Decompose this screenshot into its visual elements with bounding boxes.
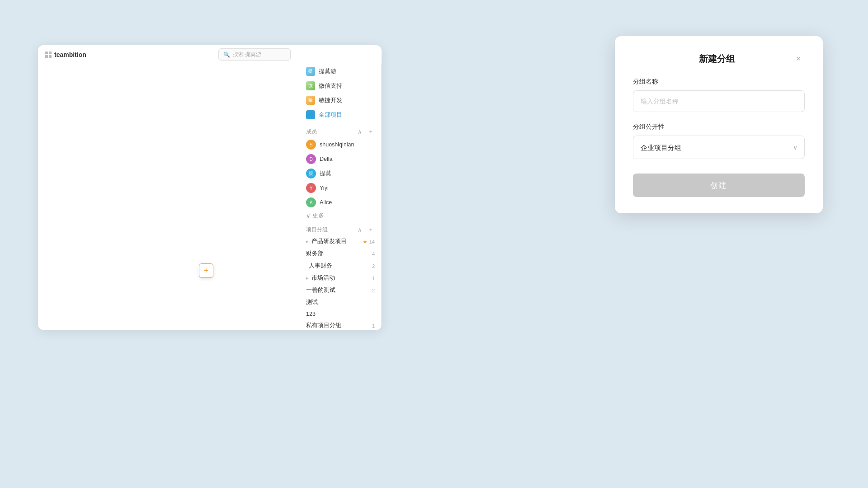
add-group-icon[interactable]: + — [367, 225, 375, 234]
group-private-label: 私有项目分组 — [306, 322, 341, 329]
members-header-actions: ∧ + — [356, 127, 375, 136]
group-product-left: ▸ 产品研发项目 — [306, 238, 347, 245]
group-yizhang[interactable]: 一善的测试 2 — [298, 284, 381, 296]
avatar-alice: A — [306, 197, 316, 207]
group-hr-finance-label: 人事财务 — [309, 262, 332, 270]
star-product-icon: ★ — [363, 239, 368, 245]
modal-name-input[interactable] — [633, 90, 805, 112]
sidebar-item-tmy[interactable]: 提 提莫游 — [298, 64, 381, 79]
chevron-down-icon: ∨ — [306, 212, 311, 219]
avatar-all: 🌐 — [306, 110, 315, 119]
group-123[interactable]: 123 — [298, 309, 381, 319]
app-title: teambition — [54, 51, 86, 58]
group-finance[interactable]: 财务部 4 — [298, 248, 381, 260]
member-name-alice: Alice — [320, 199, 332, 206]
group-market-left: ▸ 市场活动 — [306, 274, 335, 282]
group-product-meta: ★ 14 — [363, 239, 375, 245]
group-yizhang-label: 一善的测试 — [306, 286, 335, 294]
more-label: 更多 — [312, 212, 324, 220]
logo-dot — [49, 52, 52, 54]
avatar-yiyi: Y — [306, 183, 316, 193]
group-private[interactable]: 私有项目分组 1 — [298, 319, 381, 330]
logo-dot — [49, 55, 52, 58]
group-private-left: 私有项目分组 — [306, 322, 341, 329]
group-finance-count: 4 — [372, 251, 375, 257]
sidebar-item-all[interactable]: 🌐 全部项目 — [298, 108, 381, 122]
app-window: teambition 🔍 搜索 提莫游 提 提莫游 微 微信支持 敏 敏捷开发 … — [38, 45, 382, 330]
group-market[interactable]: ▸ 市场活动 1 — [298, 272, 381, 284]
group-test-label: 测试 — [306, 299, 318, 306]
sidebar-label-wx: 微信支持 — [319, 82, 342, 90]
avatar-shuoshiqinian: S — [306, 140, 316, 150]
app-logo: teambition — [45, 51, 86, 58]
avatar-timo: 提 — [306, 169, 316, 178]
group-hr-finance-count: 2 — [372, 263, 375, 269]
member-name-shuoshiqinian: shuoshiqinian — [320, 141, 354, 148]
member-name-della: Della — [320, 156, 333, 162]
modal-select-wrapper: 企业项目分组 团队项目分组 私有项目分组 ∨ — [633, 136, 805, 159]
member-timo[interactable]: 提 提莫 — [298, 166, 381, 181]
avatar-tmy: 提 — [306, 67, 315, 76]
sidebar-item-mj[interactable]: 敏 敏捷开发 — [298, 93, 381, 108]
members-section-header: 成员 ∧ + — [298, 124, 381, 137]
logo-grid-icon — [45, 52, 52, 58]
collapse-members-icon[interactable]: ∧ — [356, 127, 364, 136]
modal-header: 新建分组 × — [633, 52, 805, 65]
sidebar: 提 提莫游 微 微信支持 敏 敏捷开发 🌐 全部项目 成员 ∧ + — [298, 64, 382, 330]
modal-close-button[interactable]: × — [792, 52, 805, 65]
modal-create-button[interactable]: 创建 — [633, 174, 805, 197]
groups-header-actions: ∧ + — [356, 225, 375, 234]
sidebar-projects: 提 提莫游 微 微信支持 敏 敏捷开发 🌐 全部项目 — [298, 64, 381, 124]
groups-label: 项目分组 — [306, 226, 328, 234]
group-product-label: 产品研发项目 — [311, 238, 347, 245]
collapse-groups-icon[interactable]: ∧ — [356, 225, 364, 234]
modal-title: 新建分组 — [646, 53, 788, 65]
modal-visibility-select[interactable]: 企业项目分组 团队项目分组 私有项目分组 — [633, 136, 805, 159]
group-test[interactable]: 测试 — [298, 296, 381, 309]
group-yizhang-left: 一善的测试 — [306, 286, 335, 294]
group-market-count: 1 — [372, 276, 375, 281]
logo-dot — [45, 55, 48, 58]
groups-section-header: 项目分组 ∧ + — [298, 222, 381, 235]
avatar-wx: 微 — [306, 81, 315, 90]
member-shuoshiqinian[interactable]: S shuoshiqinian — [298, 137, 381, 152]
group-product-count: 14 — [369, 239, 375, 244]
search-placeholder: 搜索 提莫游 — [233, 51, 261, 58]
sidebar-label-mj: 敏捷开发 — [319, 96, 342, 104]
member-alice[interactable]: A Alice — [298, 195, 381, 210]
expand-product-icon: ▸ — [306, 239, 309, 244]
group-finance-label: 财务部 — [306, 250, 324, 258]
avatar-della: D — [306, 154, 316, 164]
modal-visibility-label: 分组公开性 — [633, 123, 805, 131]
group-123-label: 123 — [306, 311, 316, 317]
logo-dot — [45, 52, 48, 54]
group-private-count: 1 — [372, 323, 375, 328]
sidebar-item-wx[interactable]: 微 微信支持 — [298, 79, 381, 93]
new-group-modal: 新建分组 × 分组名称 分组公开性 企业项目分组 团队项目分组 私有项目分组 ∨… — [615, 36, 823, 213]
search-icon: 🔍 — [223, 52, 230, 58]
group-hr-finance-left: 人事财务 — [309, 262, 332, 270]
expand-market-icon: ▸ — [306, 275, 309, 281]
group-finance-left: 财务部 — [306, 250, 324, 258]
group-hr-finance[interactable]: 人事财务 2 — [298, 260, 381, 272]
more-members-btn[interactable]: ∨ 更多 — [298, 210, 381, 222]
group-market-label: 市场活动 — [311, 274, 335, 282]
avatar-mj: 敏 — [306, 96, 315, 105]
member-della[interactable]: D Della — [298, 152, 381, 166]
modal-name-label: 分组名称 — [633, 78, 805, 86]
sidebar-label-tmy: 提莫游 — [319, 67, 336, 75]
group-123-left: 123 — [306, 311, 316, 317]
member-name-timo: 提莫 — [320, 170, 331, 178]
search-bar[interactable]: 🔍 搜索 提莫游 — [218, 48, 291, 61]
add-member-icon[interactable]: + — [367, 127, 375, 136]
group-product[interactable]: ▸ 产品研发项目 ★ 14 — [298, 235, 381, 248]
float-add-group-button[interactable]: + — [199, 263, 213, 278]
members-label: 成员 — [306, 128, 317, 136]
member-yiyi[interactable]: Y Yiyi — [298, 181, 381, 195]
group-yizhang-count: 2 — [372, 288, 375, 293]
member-name-yiyi: Yiyi — [320, 185, 329, 191]
group-test-left: 测试 — [306, 299, 318, 306]
sidebar-label-all: 全部项目 — [319, 111, 342, 119]
